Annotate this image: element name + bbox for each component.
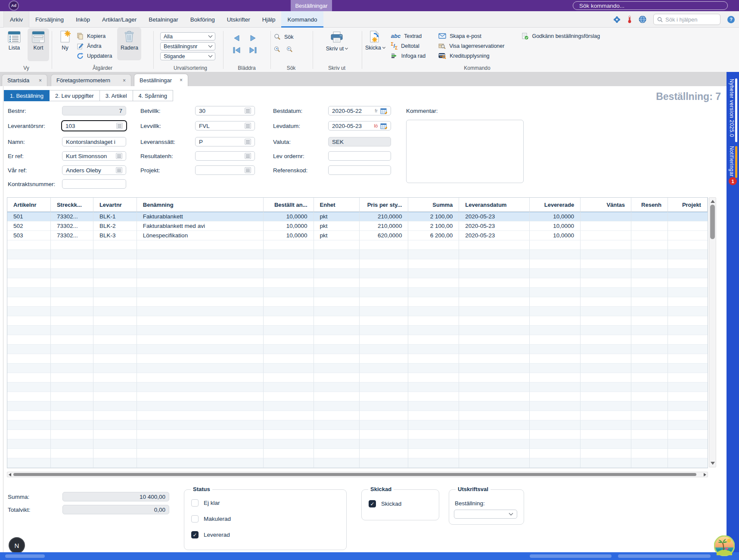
subtab-1-best-llning[interactable]: 1. Beställning xyxy=(4,90,50,101)
referenskod-field[interactable] xyxy=(328,165,391,175)
table-empty-row[interactable] xyxy=(7,259,708,269)
status-checkbox-ej-klar[interactable]: Ej klar xyxy=(191,499,231,507)
table-empty-row[interactable] xyxy=(7,316,708,326)
calendar-icon[interactable] xyxy=(380,123,387,129)
table-vertical-scrollbar[interactable] xyxy=(709,197,716,467)
menu-item-arkiv[interactable]: Arkiv xyxy=(3,11,29,28)
command-search-input[interactable]: Sök kommando... xyxy=(573,1,728,10)
table-empty-row[interactable] xyxy=(7,335,708,345)
table-empty-row[interactable] xyxy=(7,439,708,449)
levvillk-field[interactable]: FVL xyxy=(195,121,255,131)
menu-item-utskrifter[interactable]: Utskrifter xyxy=(221,11,256,28)
search-next-icon[interactable] xyxy=(286,46,293,53)
table-empty-row[interactable] xyxy=(7,364,708,373)
assistant-button[interactable]: N xyxy=(9,537,25,554)
status-checkbox-makulerad[interactable]: Makulerad xyxy=(191,515,231,523)
table-empty-row[interactable] xyxy=(7,269,708,278)
projekt-lookup-button[interactable] xyxy=(245,167,251,173)
tab-close-icon[interactable]: × xyxy=(39,78,42,84)
var-ref-lookup-button[interactable] xyxy=(116,167,122,173)
kort-button[interactable]: Kort xyxy=(28,28,49,61)
deltotal-button[interactable]: Σ/Σ Deltotal xyxy=(391,41,425,51)
tab-best-llningar[interactable]: Beställningar× xyxy=(134,74,188,86)
status-checkbox-levererad[interactable]: ✓Levererad xyxy=(191,531,231,538)
checkbox-unchecked[interactable] xyxy=(191,515,199,523)
leverantorsnr-lookup-button[interactable] xyxy=(116,123,123,129)
table-empty-row[interactable] xyxy=(7,430,708,439)
last-record-button[interactable] xyxy=(245,44,261,56)
table-empty-row[interactable] xyxy=(7,250,708,259)
first-record-button[interactable] xyxy=(228,44,245,56)
betvillk-lookup-button[interactable] xyxy=(245,108,251,114)
tab-close-icon[interactable]: × xyxy=(123,78,126,84)
table-empty-row[interactable] xyxy=(7,401,708,411)
table-empty-row[interactable] xyxy=(7,326,708,335)
table-row[interactable]: 50273302...BLK-2Fakturablankett med avi1… xyxy=(7,221,708,231)
notification-count-badge[interactable]: 1 xyxy=(729,177,737,185)
menu-item-betalningar[interactable]: Betalningar xyxy=(143,11,184,28)
scroll-up-arrow[interactable] xyxy=(711,200,715,203)
skriv-ut-button[interactable]: Skriv ut xyxy=(318,28,355,61)
globe-icon[interactable] xyxy=(639,16,646,23)
skickad-checkbox-skickad[interactable]: ✓Skickad xyxy=(369,500,401,507)
table-empty-row[interactable] xyxy=(7,354,708,364)
infoga-rad-button[interactable]: Infoga rad xyxy=(391,51,425,61)
textrad-button[interactable]: abc Textrad xyxy=(391,31,425,41)
order-lines-table[interactable]: ArtikelnrStreckk...LevartnrBenämningBest… xyxy=(7,197,708,468)
calendar-icon[interactable] xyxy=(380,108,387,114)
table-empty-row[interactable] xyxy=(7,278,708,288)
er-ref-lookup-button[interactable] xyxy=(116,153,122,159)
kommentar-textarea[interactable] xyxy=(406,120,524,183)
nyheter-version-link[interactable]: Nyheter version 2025.0 xyxy=(729,79,735,137)
help-search-input[interactable]: Sök i hjälpen xyxy=(653,14,720,25)
lev-ordernr-field[interactable] xyxy=(328,151,391,161)
levvillk-lookup-button[interactable] xyxy=(245,123,251,129)
table-empty-row[interactable] xyxy=(7,411,708,420)
kontraktsnummer-field[interactable] xyxy=(62,179,126,189)
thermometer-icon[interactable] xyxy=(627,16,632,23)
menu-item-bokf-ring[interactable]: Bokföring xyxy=(184,11,221,28)
scroll-right-arrow[interactable] xyxy=(704,473,706,476)
table-row[interactable]: 50373302...BLK-3Lönespecifikation10,0000… xyxy=(7,231,708,240)
scroll-left-arrow[interactable] xyxy=(9,473,11,476)
menu-item-kommando[interactable]: Kommando xyxy=(281,11,323,28)
table-empty-row[interactable] xyxy=(7,240,708,250)
ny-button[interactable]: Ny xyxy=(55,28,75,60)
leverantorsnr-field[interactable]: 103 xyxy=(61,120,127,131)
kopiera-button[interactable]: Kopiera xyxy=(77,31,112,41)
tab-close-icon[interactable]: × xyxy=(180,77,183,83)
table-empty-row[interactable] xyxy=(7,288,708,297)
resultatenh-lookup-button[interactable] xyxy=(245,153,251,159)
utskriftsval-dropdown[interactable] xyxy=(454,510,517,519)
skapa-epost-button[interactable]: Skapa e-post xyxy=(438,31,504,41)
levdatum-field[interactable]: 2020-05-23 lö xyxy=(328,121,391,131)
urval-select-0[interactable]: Alla xyxy=(160,32,215,40)
resultatenh-field[interactable] xyxy=(195,151,255,161)
notifieringar-link[interactable]: Notifieringar xyxy=(729,146,735,177)
betvillk-field[interactable]: 30 xyxy=(195,106,255,115)
table-empty-row[interactable] xyxy=(7,420,708,430)
er-ref-field[interactable]: Kurt Simonsson xyxy=(62,151,126,161)
menu-item-ink-p[interactable]: Inköp xyxy=(70,11,96,28)
leveranssatt-lookup-button[interactable] xyxy=(245,139,251,145)
menu-item-hj-lp[interactable]: Hjälp xyxy=(256,11,282,28)
radera-button[interactable]: Radera xyxy=(117,28,141,60)
subtab-2-lev-uppgifter[interactable]: 2. Lev uppgifter xyxy=(50,90,100,101)
next-record-button[interactable] xyxy=(245,32,261,44)
menu-item-f-rs-ljning[interactable]: Försäljning xyxy=(29,11,70,28)
vertical-scroll-thumb[interactable] xyxy=(710,205,715,239)
table-empty-row[interactable] xyxy=(7,449,708,458)
subtab-3-artikel[interactable]: 3. Artikel xyxy=(100,90,133,101)
settings-gear-icon[interactable] xyxy=(613,16,621,23)
table-horizontal-scrollbar[interactable] xyxy=(7,472,708,477)
godkann-bestallningsforslag-button[interactable]: Godkänn beställningsförslag xyxy=(522,31,600,41)
urval-select-2[interactable]: Stigande xyxy=(160,52,215,60)
table-empty-row[interactable] xyxy=(7,297,708,307)
urval-select-1[interactable]: Beställningsnr xyxy=(160,42,215,50)
table-row[interactable]: 50173302...BLK-1Fakturablankett10,0000pk… xyxy=(7,212,708,221)
namn-field[interactable]: Kontorslandslaget i xyxy=(62,137,126,146)
search-prev-icon[interactable] xyxy=(274,46,280,53)
scroll-down-arrow[interactable] xyxy=(711,462,715,465)
help-icon[interactable]: ? xyxy=(727,16,735,23)
kreditupplysning-button[interactable]: Kreditupplysning xyxy=(438,51,504,61)
